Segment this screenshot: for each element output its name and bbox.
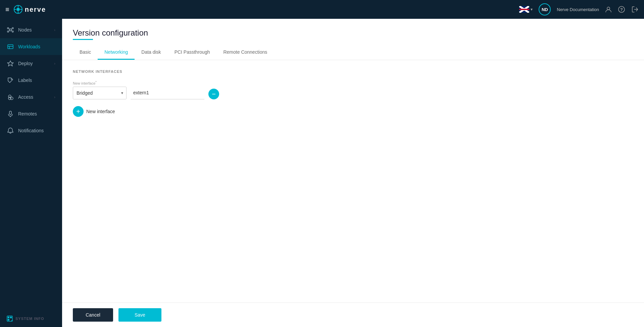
sidebar-item-access-label: Access [18, 94, 33, 100]
deploy-icon [7, 60, 14, 67]
top-header: ≡ nerve ▾ ND Nerve Documentation [0, 0, 644, 19]
tab-data-disk[interactable]: Data disk [135, 45, 167, 60]
logo-label: nerve [25, 6, 46, 13]
tab-pci-passthrough[interactable]: PCI Passthrough [168, 45, 217, 60]
sidebar: Nodes › Workloads Deploy › [0, 19, 62, 327]
interface-type-field: New interface* Bridged NAT Host-only Int… [73, 80, 127, 99]
svg-point-25 [8, 97, 11, 100]
interface-type-select-wrapper: Bridged NAT Host-only Internal ▾ [73, 87, 127, 99]
nodes-chevron-icon: › [54, 28, 55, 32]
content-footer: Cancel Save [62, 302, 644, 327]
sidebar-item-workloads-label: Workloads [18, 44, 40, 49]
svg-rect-30 [10, 317, 12, 318]
header-right: ▾ ND Nerve Documentation ? [519, 3, 639, 15]
svg-point-22 [11, 79, 12, 80]
workloads-icon [7, 43, 14, 50]
svg-point-10 [9, 29, 11, 31]
sidebar-item-remotes[interactable]: Remotes [0, 105, 62, 122]
system-info-icon [7, 316, 13, 322]
add-interface-label: New interface [86, 109, 115, 114]
sidebar-item-workloads[interactable]: Workloads [0, 38, 62, 55]
sidebar-item-deploy-label: Deploy [18, 61, 33, 66]
content-area: Version configuration Basic Networking D… [62, 19, 644, 327]
access-chevron-icon: › [54, 95, 55, 99]
svg-rect-29 [8, 317, 9, 318]
nodes-icon [7, 26, 14, 34]
labels-icon [7, 77, 14, 84]
system-info-button[interactable]: SYSTEM INFO [0, 310, 62, 327]
system-info-label: SYSTEM INFO [15, 317, 44, 321]
logo-icon [13, 5, 23, 14]
interface-name-field [131, 87, 204, 99]
flag-uk-icon [519, 6, 529, 13]
svg-point-6 [607, 7, 610, 10]
sidebar-item-nodes[interactable]: Nodes › [0, 21, 62, 38]
help-icon[interactable]: ? [618, 6, 625, 13]
svg-rect-32 [11, 320, 12, 321]
save-button[interactable]: Save [118, 308, 161, 322]
remove-interface-button[interactable]: − [208, 89, 219, 99]
svg-point-12 [12, 28, 13, 29]
sidebar-item-labels[interactable]: Labels [0, 72, 62, 89]
hamburger-icon[interactable]: ≡ [5, 6, 9, 13]
tab-networking[interactable]: Networking [98, 45, 135, 60]
main-layout: Nodes › Workloads Deploy › [0, 19, 644, 327]
lang-chevron-icon: ▾ [531, 7, 533, 12]
header-left: ≡ nerve [5, 5, 46, 14]
sidebar-item-remotes-label: Remotes [18, 111, 37, 116]
svg-point-13 [7, 31, 9, 32]
svg-point-1 [16, 8, 20, 11]
content-header: Version configuration Basic Networking D… [62, 19, 644, 60]
tab-basic[interactable]: Basic [73, 45, 98, 60]
deploy-chevron-icon: › [54, 61, 55, 65]
network-interfaces-title: NETWORK INTERFACES [73, 69, 633, 74]
docs-link[interactable]: Nerve Documentation [557, 7, 599, 12]
page-title: Version configuration [73, 28, 633, 38]
svg-point-14 [12, 31, 13, 32]
tab-bar: Basic Networking Data disk PCI Passthrou… [73, 45, 633, 60]
content-body: NETWORK INTERFACES New interface* Bridge… [62, 60, 644, 302]
sidebar-item-notifications[interactable]: Notifications [0, 122, 62, 139]
tab-remote-connections[interactable]: Remote Connections [216, 45, 274, 60]
logo: nerve [13, 5, 46, 14]
svg-rect-19 [8, 45, 13, 49]
notifications-icon [7, 127, 14, 134]
cancel-button[interactable]: Cancel [73, 308, 113, 322]
add-interface-button[interactable]: + New interface [73, 106, 633, 117]
sidebar-item-access[interactable]: Access › [0, 89, 62, 105]
user-icon[interactable] [605, 6, 612, 13]
add-icon: + [73, 106, 84, 117]
logout-icon[interactable] [631, 6, 639, 13]
minus-icon: − [212, 91, 216, 97]
remotes-icon [7, 110, 14, 118]
sidebar-item-nodes-label: Nodes [18, 27, 32, 33]
svg-point-11 [7, 28, 9, 29]
svg-rect-26 [9, 111, 11, 114]
title-underline [73, 39, 93, 40]
interface-name-input[interactable] [131, 87, 204, 99]
interface-type-select[interactable]: Bridged NAT Host-only Internal [73, 87, 127, 99]
access-icon [7, 93, 14, 101]
user-avatar[interactable]: ND [539, 3, 551, 15]
svg-rect-31 [8, 319, 9, 321]
sidebar-item-labels-label: Labels [18, 78, 32, 83]
sidebar-item-notifications-label: Notifications [18, 128, 44, 133]
interface-row: New interface* Bridged NAT Host-only Int… [73, 80, 633, 99]
interface-type-label: New interface* [73, 80, 127, 85]
sidebar-item-deploy[interactable]: Deploy › [0, 55, 62, 72]
language-selector[interactable]: ▾ [519, 6, 533, 13]
svg-text:?: ? [620, 7, 623, 12]
